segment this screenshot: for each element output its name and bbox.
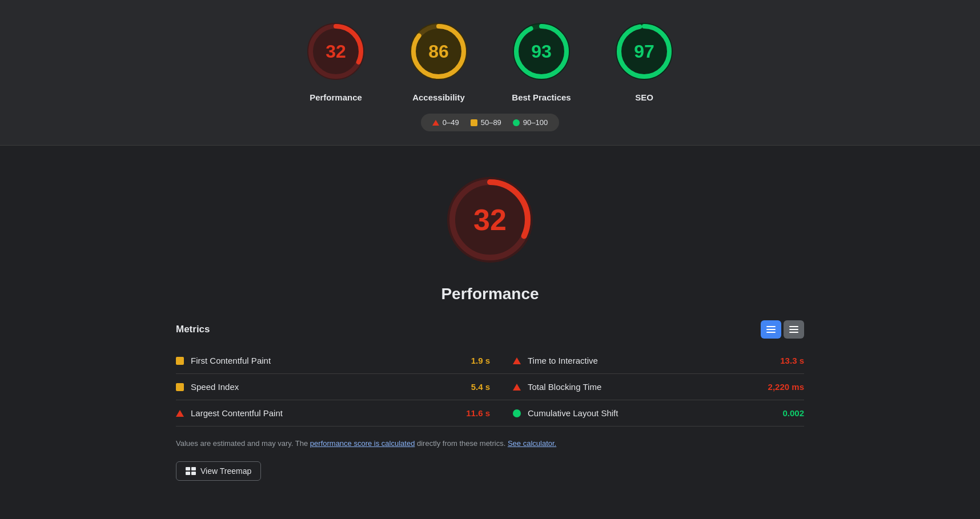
score-item-best-practices: 93 Best Practices	[507, 17, 576, 102]
treemap-button[interactable]: View Treemap	[176, 461, 261, 481]
lcp-icon	[176, 410, 184, 417]
section-title: Performance	[441, 285, 539, 303]
list-icon	[789, 326, 798, 333]
lcp-value: 11.6 s	[466, 408, 490, 418]
metrics-header: Metrics	[176, 320, 804, 339]
footer-text-before: Values are estimated and may vary. The	[176, 439, 310, 448]
legend-item-fail: 0–49	[432, 118, 459, 127]
tbt-value: 2,220 ms	[768, 382, 804, 392]
accessibility-score: 86	[428, 41, 449, 62]
performance-label: Performance	[310, 92, 362, 102]
gauge-performance: 32	[302, 17, 370, 86]
metrics-title: Metrics	[176, 324, 210, 335]
fcp-name: First Contentful Paint	[191, 356, 471, 365]
legend-bar: 0–49 50–89 90–100	[421, 114, 559, 131]
tbt-icon	[513, 384, 521, 391]
si-value: 5.4 s	[471, 382, 490, 392]
fcp-value: 1.9 s	[471, 356, 490, 365]
legend-item-average: 50–89	[471, 118, 501, 127]
grid-view-button[interactable]	[761, 320, 781, 339]
metric-row-tti: Time to Interactive 13.3 s	[490, 348, 804, 374]
top-section: 32 Performance 86 Accessibility	[0, 0, 980, 146]
tti-name: Time to Interactive	[528, 356, 780, 365]
seo-label: SEO	[635, 92, 653, 102]
score-item-seo: 97 SEO	[610, 17, 678, 102]
big-performance-score: 32	[473, 203, 507, 237]
metric-row-fcp: First Contentful Paint 1.9 s	[176, 348, 490, 374]
performance-score-link[interactable]: performance score is calculated	[310, 439, 415, 448]
metrics-container: Metrics First Con	[176, 320, 804, 481]
tti-icon	[513, 357, 521, 364]
average-label: 50–89	[481, 118, 501, 127]
list-view-button[interactable]	[784, 320, 804, 339]
scores-row: 32 Performance 86 Accessibility	[302, 17, 678, 102]
performance-score: 32	[326, 41, 346, 62]
metric-row-cls: Cumulative Layout Shift 0.002	[490, 400, 804, 427]
metrics-grid: First Contentful Paint 1.9 s Time to Int…	[176, 348, 804, 427]
treemap-icon	[186, 467, 196, 475]
fcp-icon	[176, 357, 184, 365]
si-name: Speed Index	[191, 382, 471, 392]
si-icon	[176, 383, 184, 391]
score-item-accessibility: 86 Accessibility	[404, 17, 473, 102]
fail-icon	[432, 120, 439, 126]
best-practices-label: Best Practices	[512, 92, 571, 102]
big-gauge-performance: 32	[439, 168, 541, 271]
footer-text-middle: directly from these metrics.	[415, 439, 508, 448]
gauge-seo: 97	[610, 17, 678, 86]
metric-row-lcp: Largest Contentful Paint 11.6 s	[176, 400, 490, 427]
treemap-button-label: View Treemap	[200, 466, 251, 476]
metric-row-tbt: Total Blocking Time 2,220 ms	[490, 374, 804, 400]
metric-row-si: Speed Index 5.4 s	[176, 374, 490, 400]
gauge-best-practices: 93	[507, 17, 576, 86]
seo-score: 97	[634, 41, 654, 62]
cls-icon	[513, 409, 521, 417]
view-toggle	[761, 320, 804, 339]
pass-icon	[513, 119, 520, 126]
tti-value: 13.3 s	[780, 356, 804, 365]
calculator-link[interactable]: See calculator.	[508, 439, 556, 448]
gauge-accessibility: 86	[404, 17, 473, 86]
main-section: 32 Performance Metrics	[0, 146, 980, 504]
cls-name: Cumulative Layout Shift	[528, 408, 782, 418]
pass-label: 90–100	[523, 118, 548, 127]
legend-item-pass: 90–100	[513, 118, 548, 127]
accessibility-label: Accessibility	[412, 92, 465, 102]
grid-icon	[766, 326, 776, 333]
best-practices-score: 93	[531, 41, 552, 62]
fail-label: 0–49	[443, 118, 459, 127]
average-icon	[471, 119, 477, 126]
cls-value: 0.002	[782, 408, 804, 418]
footer-note: Values are estimated and may vary. The p…	[176, 438, 804, 450]
score-item-performance: 32 Performance	[302, 17, 370, 102]
tbt-name: Total Blocking Time	[528, 382, 768, 392]
lcp-name: Largest Contentful Paint	[191, 408, 466, 418]
